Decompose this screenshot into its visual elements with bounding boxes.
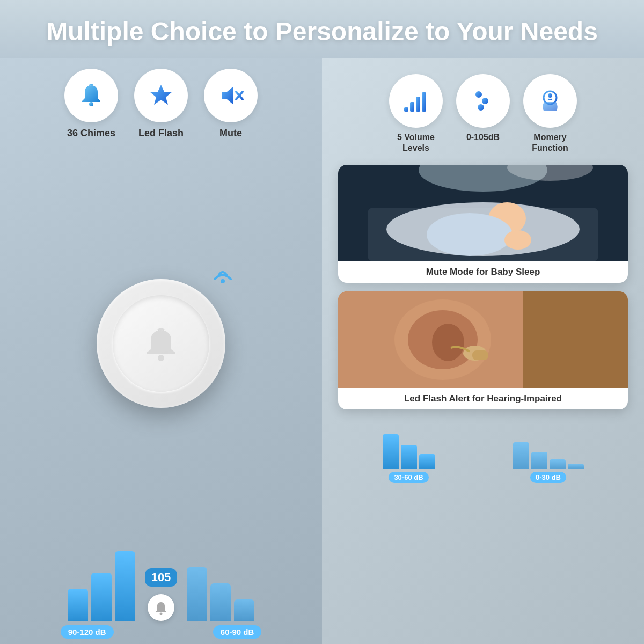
bar-6 — [234, 599, 254, 621]
baby-card-label: Mute Mode for Baby Sleep — [338, 261, 628, 283]
wifi-icon — [209, 263, 236, 284]
bars-row: 105 — [11, 546, 311, 621]
rbar-4 — [513, 442, 529, 469]
doorbell-outer — [97, 279, 225, 408]
led-label: Led Flash — [138, 128, 184, 139]
right-bars-group-2: 0-30 dB — [513, 426, 584, 483]
feature-chimes: 36 Chimes — [64, 69, 118, 139]
svg-point-0 — [89, 102, 93, 106]
header: Multiple Choice to Personalize to Your N… — [0, 0, 644, 58]
rbar-2 — [401, 445, 417, 469]
baby-image — [338, 165, 628, 261]
content-row: 36 Chimes — [0, 58, 644, 644]
svg-rect-10 — [422, 92, 426, 112]
mute-circle — [204, 69, 258, 122]
memory-head-icon — [536, 87, 564, 115]
ear-image — [338, 291, 628, 388]
rbar-3 — [419, 454, 435, 469]
svg-point-4 — [158, 355, 164, 361]
rbar-5 — [531, 452, 547, 469]
volume-section: 105 — [0, 538, 322, 644]
rbar-1 — [383, 434, 399, 469]
doorbell-inner — [113, 295, 209, 392]
main-container: Multiple Choice to Personalize to Your N… — [0, 0, 644, 644]
chimes-label: 36 Chimes — [67, 128, 115, 139]
volume-label: 5 Volume Levels — [397, 132, 435, 155]
svg-rect-7 — [404, 107, 408, 112]
memory-label: Momery Function — [532, 132, 568, 155]
star-icon — [148, 82, 174, 109]
svg-rect-34 — [523, 291, 628, 388]
mini-bell-icon — [153, 600, 169, 615]
chimes-circle — [64, 69, 118, 122]
svg-point-18 — [548, 93, 552, 98]
left-panel: 36 Chimes — [0, 58, 322, 644]
volume-bars-icon — [402, 87, 430, 115]
bar-1 — [68, 589, 88, 621]
feature-volume: 5 Volume Levels — [389, 74, 443, 155]
bar-label-row: 90-120 dB 60-90 dB — [11, 625, 311, 639]
svg-rect-8 — [410, 102, 414, 112]
doorbell-bell-icon — [142, 325, 180, 362]
bar-5 — [210, 583, 231, 621]
feature-mute: Mute — [204, 69, 258, 139]
sliders-icon — [469, 87, 497, 115]
volume-number: 105 — [145, 568, 178, 587]
mute-label: Mute — [219, 128, 242, 139]
right-bars-group-1: 30-60 dB — [383, 426, 435, 483]
volume-circle — [389, 74, 443, 128]
right-bars-inner-2 — [513, 426, 584, 469]
bar-range-1: 90-120 dB — [61, 625, 114, 639]
rbar-7 — [568, 464, 584, 469]
right-panel: 5 Volume Levels — [322, 58, 644, 644]
svg-marker-1 — [150, 85, 172, 105]
svg-point-6 — [160, 613, 163, 616]
ear-scene-svg — [338, 291, 628, 388]
left-features-row: 36 Chimes — [0, 58, 322, 144]
feature-memory: Momery Function — [523, 74, 577, 155]
right-bars-inner-1 — [383, 426, 435, 469]
svg-point-24 — [427, 213, 513, 256]
svg-point-14 — [475, 91, 482, 98]
feature-led: Led Flash — [134, 69, 188, 139]
bell-icon — [78, 82, 105, 109]
feature-db: 0-105dB — [456, 74, 510, 155]
baby-card: Mute Mode for Baby Sleep — [338, 165, 628, 283]
bar-4 — [187, 567, 207, 621]
svg-point-5 — [221, 279, 225, 283]
ear-card-label: Led Flash Alert for Hearing-Impaired — [338, 388, 628, 409]
page-title: Multiple Choice to Personalize to Your N… — [21, 16, 623, 47]
db-circle — [456, 74, 510, 128]
svg-rect-33 — [472, 350, 488, 360]
ear-card: Led Flash Alert for Hearing-Impaired — [338, 291, 628, 409]
svg-rect-9 — [416, 97, 420, 112]
right-features-row: 5 Volume Levels — [338, 69, 628, 165]
bar-2 — [91, 573, 112, 621]
svg-point-16 — [478, 104, 484, 111]
baby-scene-svg — [338, 165, 628, 261]
rbar-6 — [550, 459, 566, 469]
bar-3 — [115, 551, 135, 621]
svg-point-25 — [504, 230, 531, 250]
db-label: 0-105dB — [466, 132, 500, 143]
doorbell-container — [97, 150, 225, 538]
memory-circle — [523, 74, 577, 128]
svg-point-15 — [482, 98, 488, 104]
bar-range-2: 60-90 dB — [213, 625, 262, 639]
right-bar-range-2: 0-30 dB — [530, 472, 566, 483]
mini-doorbell — [148, 594, 174, 621]
wifi-signal — [209, 263, 236, 289]
right-bar-range-1: 30-60 dB — [389, 472, 428, 483]
led-circle — [134, 69, 188, 122]
svg-point-31 — [432, 324, 464, 361]
mute-icon — [217, 82, 244, 109]
